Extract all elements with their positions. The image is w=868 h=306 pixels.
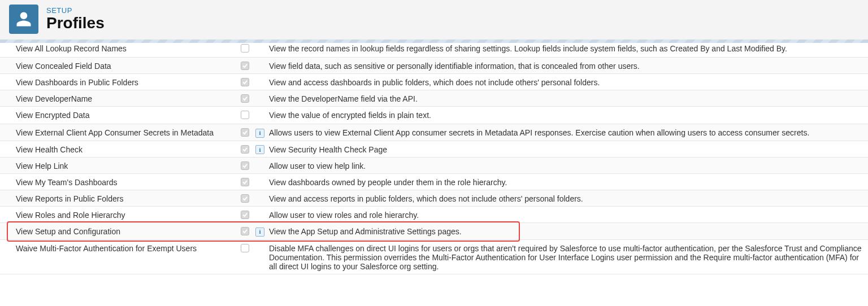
permission-description: View the DeveloperName field via the API…: [269, 93, 868, 103]
permission-checkbox[interactable]: [241, 227, 249, 235]
permission-checkbox[interactable]: [241, 94, 249, 103]
permission-row: View Setup and ConfigurationiView the Ap…: [0, 223, 868, 240]
permission-row: View Help LinkAllow user to view help li…: [0, 158, 868, 174]
permission-row: View DeveloperNameView the DeveloperName…: [0, 90, 868, 107]
permission-checkbox[interactable]: [241, 44, 249, 53]
permission-row: View Dashboards in Public FoldersView an…: [0, 74, 868, 90]
permission-label: View Encrypted Data: [16, 110, 241, 120]
permissions-table: View All Lookup Record NamesView the rec…: [0, 40, 868, 274]
permission-label: Waive Multi-Factor Authentication for Ex…: [16, 243, 241, 253]
permission-label: View Help Link: [16, 160, 241, 171]
permission-checkbox[interactable]: [241, 145, 249, 154]
permission-row: View My Team's DashboardsView dashboards…: [0, 174, 868, 190]
profile-icon: [9, 5, 38, 34]
permission-row: Waive Multi-Factor Authentication for Ex…: [0, 240, 868, 274]
permission-label: View External Client App Consumer Secret…: [16, 127, 241, 137]
permission-row: View Reports in Public FoldersView and a…: [0, 190, 868, 207]
permission-checkbox[interactable]: [241, 128, 249, 137]
permission-label: View My Team's Dashboards: [16, 177, 241, 187]
permission-description: Allow user to view help link.: [269, 160, 868, 171]
permission-description: View and access reports in public folder…: [269, 193, 868, 203]
permission-label: View Roles and Role Hierarchy: [16, 209, 241, 220]
permission-description: Allow user to view roles and role hierar…: [269, 209, 868, 220]
permission-row: View Encrypted DataView the value of enc…: [0, 107, 868, 124]
permission-label: View DeveloperName: [16, 93, 241, 103]
permission-description: View the record names in lookup fields r…: [269, 43, 868, 53]
permission-checkbox[interactable]: [241, 161, 249, 170]
permission-label: View Dashboards in Public Folders: [16, 77, 241, 87]
permission-row: View All Lookup Record NamesView the rec…: [0, 40, 868, 58]
permission-label: View All Lookup Record Names: [16, 43, 241, 53]
permission-row: View Roles and Role HierarchyAllow user …: [0, 207, 868, 223]
permission-checkbox[interactable]: [241, 111, 249, 119]
permission-label: View Health Check: [16, 144, 241, 154]
permission-description: View the value of encrypted fields in pl…: [269, 110, 868, 120]
permission-label: View Concealed Field Data: [16, 60, 241, 71]
permission-description: View Security Health Check Page: [269, 144, 868, 154]
permission-row: View External Client App Consumer Secret…: [0, 124, 868, 141]
breadcrumb: SETUP: [46, 6, 105, 15]
permission-description: Disable MFA challenges on direct UI logi…: [269, 243, 868, 271]
permission-row: View Health CheckiView Security Health C…: [0, 141, 868, 158]
permission-row: View Concealed Field DataView field data…: [0, 58, 868, 74]
info-icon[interactable]: i: [255, 228, 264, 237]
permission-description: View the App Setup and Administrative Se…: [269, 226, 868, 236]
permission-description: View dashboards owned by people under th…: [269, 177, 868, 187]
page-title: Profiles: [46, 15, 105, 32]
permission-description: View and access dashboards in public fol…: [269, 77, 868, 87]
permission-checkbox[interactable]: [241, 194, 249, 203]
permission-checkbox[interactable]: [241, 211, 249, 219]
permission-checkbox[interactable]: [241, 244, 249, 252]
permission-checkbox[interactable]: [241, 78, 249, 86]
permission-checkbox[interactable]: [241, 178, 249, 186]
page-header: SETUP Profiles: [0, 0, 868, 40]
permission-label: View Reports in Public Folders: [16, 193, 241, 203]
permission-description: Allows users to view External Client App…: [269, 127, 868, 137]
permission-label: View Setup and Configuration: [16, 226, 241, 236]
info-icon[interactable]: i: [255, 129, 264, 138]
permission-description: View field data, such as sensitive or pe…: [269, 60, 868, 71]
info-icon[interactable]: i: [255, 145, 264, 154]
permission-checkbox[interactable]: [241, 62, 249, 70]
